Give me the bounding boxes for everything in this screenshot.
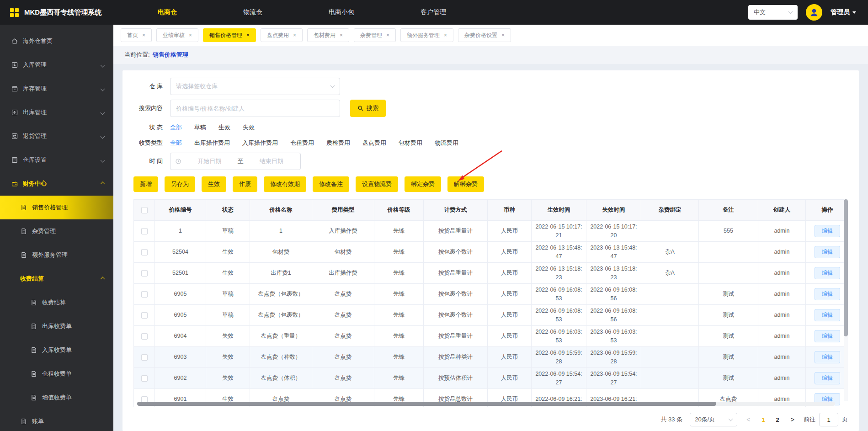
- sidebar-item[interactable]: 销售价格管理: [0, 196, 113, 219]
- edit-button[interactable]: 编辑: [815, 267, 840, 279]
- goto-page-input[interactable]: [819, 413, 838, 426]
- warehouse-select[interactable]: 请选择签收仓库: [170, 78, 340, 95]
- close-icon[interactable]: ×: [142, 32, 145, 38]
- top-nav-item-active[interactable]: 电商仓: [158, 8, 177, 16]
- close-icon[interactable]: ×: [501, 32, 505, 38]
- sidebar-item[interactable]: 海外仓首页: [0, 29, 113, 53]
- page-number-button[interactable]: 1: [759, 416, 767, 423]
- sidebar-item[interactable]: 收费结算: [0, 291, 113, 314]
- breadcrumb-current[interactable]: 销售价格管理: [153, 51, 188, 59]
- vertical-scrollbar[interactable]: [844, 199, 848, 401]
- sidebar-item[interactable]: 退货管理: [0, 124, 113, 148]
- row-checkbox[interactable]: [141, 312, 148, 319]
- filter-option[interactable]: 包材费用: [399, 139, 422, 147]
- edit-button[interactable]: 编辑: [815, 351, 840, 363]
- sidebar-item[interactable]: 收费结算: [0, 267, 113, 291]
- filter-option[interactable]: 仓租费用: [290, 139, 314, 147]
- select-all-checkbox[interactable]: [141, 207, 148, 213]
- page-tab[interactable]: 额外服务管理 ×: [400, 28, 453, 42]
- sidebar-item[interactable]: 仓库设置: [0, 148, 113, 172]
- row-checkbox[interactable]: [141, 270, 148, 277]
- horizontal-scrollbar[interactable]: [137, 402, 835, 406]
- cell-billing-method: 按包裹个数计: [424, 305, 488, 326]
- sidebar-item[interactable]: 入库收费单: [0, 338, 113, 362]
- avatar[interactable]: [806, 4, 822, 21]
- filter-option[interactable]: 物流费用: [435, 139, 458, 147]
- horizontal-scrollbar-thumb[interactable]: [137, 402, 716, 406]
- sidebar-item[interactable]: 出库管理: [0, 101, 113, 124]
- sidebar-item[interactable]: 增值收费单: [0, 386, 113, 410]
- sidebar-item[interactable]: 杂费管理: [0, 219, 113, 243]
- edit-button[interactable]: 编辑: [815, 309, 840, 321]
- sidebar-item[interactable]: 仓租收费单: [0, 362, 113, 386]
- page-tab[interactable]: 包材费用 ×: [307, 28, 349, 42]
- row-checkbox[interactable]: [141, 291, 148, 298]
- page-tab[interactable]: 业绩审核 ×: [156, 28, 198, 42]
- edit-button[interactable]: 编辑: [815, 246, 840, 258]
- action-button[interactable]: 绑定杂费: [405, 176, 441, 192]
- sidebar-item[interactable]: 库存管理: [0, 77, 113, 101]
- doc-icon: [20, 418, 27, 425]
- sidebar-item[interactable]: 额外服务管理: [0, 243, 113, 267]
- action-button[interactable]: 生效: [202, 176, 226, 192]
- row-select-cell: [134, 347, 155, 368]
- row-checkbox[interactable]: [141, 354, 148, 361]
- filter-option[interactable]: 全部: [170, 139, 182, 147]
- page-tab[interactable]: 杂费管理 ×: [354, 28, 396, 42]
- search-input[interactable]: [170, 100, 340, 117]
- filter-option[interactable]: 草稿: [194, 123, 206, 132]
- page-tab[interactable]: 首页 ×: [121, 28, 152, 42]
- action-button[interactable]: 另存为: [165, 176, 195, 192]
- sidebar-item[interactable]: 账单: [0, 410, 113, 431]
- date-range-picker[interactable]: 开始日期 至 结束日期: [170, 153, 301, 170]
- prev-page-button[interactable]: <: [745, 416, 752, 423]
- edit-button[interactable]: 编辑: [815, 330, 840, 342]
- page-size-select[interactable]: 20条/页: [690, 413, 737, 426]
- sidebar-item[interactable]: 入库管理: [0, 53, 113, 77]
- close-icon[interactable]: ×: [444, 32, 447, 38]
- page-number-button[interactable]: 2: [774, 416, 782, 423]
- language-select[interactable]: 中文: [748, 5, 798, 20]
- filter-option[interactable]: 全部: [170, 123, 182, 132]
- row-checkbox[interactable]: [141, 249, 148, 255]
- filter-option[interactable]: 出库操作费用: [194, 139, 230, 147]
- action-button[interactable]: 修改备注: [313, 176, 349, 192]
- close-icon[interactable]: ×: [386, 32, 389, 38]
- page-tab[interactable]: 杂费价格设置 ×: [458, 28, 511, 42]
- chevron-up-icon: [101, 277, 105, 281]
- close-icon[interactable]: ×: [246, 32, 250, 38]
- row-checkbox[interactable]: [141, 228, 148, 234]
- filter-option[interactable]: 质检费用: [326, 139, 350, 147]
- search-button[interactable]: 搜索: [350, 100, 386, 117]
- filter-option[interactable]: 生效: [218, 123, 230, 132]
- cell-price-code: 6903: [155, 347, 206, 368]
- filter-option[interactable]: 失效: [243, 123, 255, 132]
- next-page-button[interactable]: >: [789, 416, 796, 423]
- close-icon[interactable]: ×: [340, 32, 343, 38]
- edit-button[interactable]: 编辑: [815, 288, 840, 300]
- action-button[interactable]: 解绑杂费: [447, 176, 484, 192]
- action-button[interactable]: 作废: [233, 176, 257, 192]
- close-icon[interactable]: ×: [293, 32, 296, 38]
- row-checkbox[interactable]: [141, 375, 148, 382]
- apps-grid-icon[interactable]: [10, 8, 19, 17]
- action-button[interactable]: 新增: [133, 176, 158, 192]
- inbound-icon: [11, 61, 18, 69]
- vertical-scrollbar-thumb[interactable]: [844, 199, 848, 336]
- filter-option[interactable]: 入库操作费用: [242, 139, 278, 147]
- user-menu[interactable]: 管理员: [831, 8, 856, 16]
- close-icon[interactable]: ×: [189, 32, 192, 38]
- filter-option[interactable]: 盘点费用: [362, 139, 386, 147]
- edit-button[interactable]: 编辑: [815, 225, 840, 237]
- top-nav-item-default[interactable]: 客户管理: [421, 8, 446, 16]
- page-tab[interactable]: 销售价格管理 ×: [203, 28, 256, 42]
- sidebar-item[interactable]: 财务中心: [0, 172, 113, 196]
- action-button[interactable]: 修改有效期: [264, 176, 306, 192]
- sidebar-item[interactable]: 出库收费单: [0, 314, 113, 338]
- row-checkbox[interactable]: [141, 333, 148, 340]
- top-nav-item-default[interactable]: 物流仓: [243, 8, 262, 16]
- edit-button[interactable]: 编辑: [815, 372, 840, 384]
- top-nav-item-default[interactable]: 电商小包: [329, 8, 354, 16]
- action-button[interactable]: 设置物流费: [356, 176, 398, 192]
- page-tab[interactable]: 盘点费用 ×: [261, 28, 303, 42]
